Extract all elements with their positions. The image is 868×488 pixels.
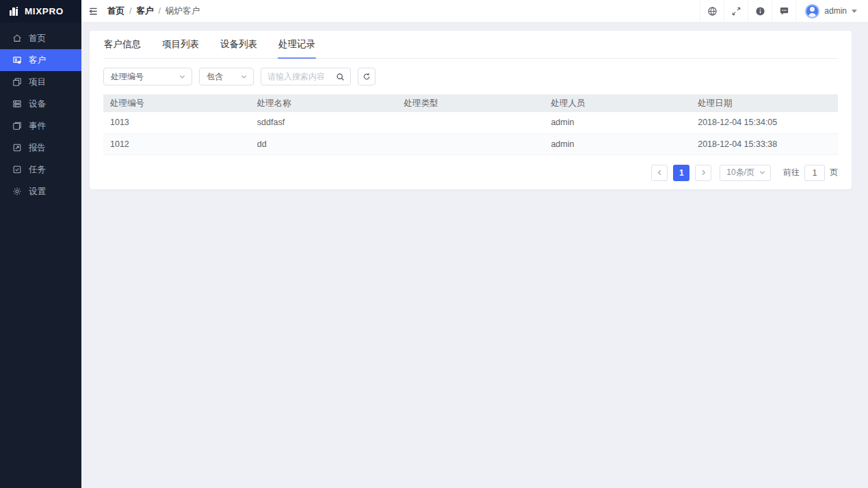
cell-date: 2018-12-04 15:34:05	[691, 112, 838, 133]
page-size-value: 10条/页	[726, 167, 754, 178]
info-button[interactable]	[748, 0, 772, 22]
breadcrumb-separator: /	[158, 6, 160, 16]
column-header: 处理编号	[103, 94, 250, 112]
goto-unit: 页	[830, 167, 838, 178]
goto-page: 前往 页	[783, 165, 838, 181]
cell-process-id: 1012	[103, 133, 250, 154]
globe-button[interactable]	[700, 0, 724, 22]
chevron-down-icon	[759, 170, 765, 176]
chevron-right-icon	[700, 170, 707, 176]
task-icon	[12, 165, 22, 174]
sidebar-item-customers[interactable]: 客户	[0, 49, 81, 71]
event-icon	[12, 121, 22, 131]
avatar-head	[810, 7, 815, 12]
page-size-select[interactable]: 10条/页	[720, 165, 771, 181]
fullscreen-icon	[731, 6, 741, 16]
cell-process-type	[397, 112, 544, 133]
tab-device-list[interactable]: 设备列表	[220, 31, 258, 58]
sidebar-item-label: 项目	[29, 77, 46, 88]
refresh-icon	[363, 72, 371, 81]
table-header: 处理编号 处理名称 处理类型 处理人员 处理日期	[103, 94, 838, 112]
refresh-button[interactable]	[358, 68, 376, 85]
cell-operator: admin	[544, 133, 691, 154]
column-header: 处理日期	[691, 94, 838, 112]
topbar-actions: admin	[700, 0, 868, 22]
avatar-body	[808, 13, 816, 17]
goto-label: 前往	[783, 167, 800, 178]
cell-operator: admin	[544, 112, 691, 133]
project-icon	[12, 77, 22, 87]
app-title: MIXPRO	[25, 6, 64, 16]
breadcrumb-current: 锅炉客户	[166, 5, 200, 17]
tab-customer-info[interactable]: 客户信息	[103, 31, 142, 58]
process-records-table: 处理编号 处理名称 处理类型 处理人员 处理日期 1013 sddfasf ad…	[103, 94, 838, 155]
device-icon	[12, 99, 22, 109]
sidebar-item-settings[interactable]: 设置	[0, 180, 81, 202]
sidebar-item-projects[interactable]: 项目	[0, 71, 81, 93]
globe-icon	[707, 6, 718, 16]
sidebar-item-events[interactable]: 事件	[0, 115, 81, 137]
page-number-1[interactable]: 1	[673, 165, 689, 181]
tab-project-list[interactable]: 项目列表	[161, 31, 200, 58]
avatar	[805, 4, 819, 18]
breadcrumb-separator: /	[129, 6, 131, 16]
chevron-left-icon	[657, 170, 663, 176]
fullscreen-button[interactable]	[724, 0, 748, 22]
sidebar-item-label: 事件	[29, 120, 46, 132]
filter-field-select[interactable]: 处理编号	[103, 68, 192, 85]
settings-gear-icon	[12, 187, 22, 196]
cell-process-type	[397, 133, 544, 154]
customer-detail-card: 客户信息 项目列表 设备列表 处理记录 处理编号 包含	[90, 31, 852, 189]
next-page-button[interactable]	[695, 165, 711, 181]
cell-date: 2018-12-04 15:33:38	[691, 133, 838, 154]
column-header: 处理类型	[397, 94, 544, 112]
sidebar-item-devices[interactable]: 设备	[0, 93, 81, 115]
prev-page-button[interactable]	[651, 165, 668, 181]
sidebar-item-home[interactable]: 首页	[0, 27, 81, 49]
chevron-down-icon	[852, 10, 857, 13]
tab-bar: 客户信息 项目列表 设备列表 处理记录	[103, 31, 838, 59]
cell-process-name: sddfasf	[250, 112, 397, 133]
sidebar-item-label: 首页	[29, 33, 46, 44]
sidebar-nav: 首页 客户 项目 设备 事件 报告 任务 设置	[0, 23, 81, 202]
tab-process-records[interactable]: 处理记录	[278, 31, 316, 58]
buildings-logo-icon	[9, 6, 20, 17]
pagination: 1 10条/页 前往 页	[103, 165, 838, 181]
sidebar-item-label: 设置	[29, 186, 46, 198]
column-header: 处理名称	[250, 94, 397, 112]
topbar: 首页 / 客户 / 锅炉客户 admi	[81, 0, 868, 23]
sidebar-item-label: 客户	[29, 55, 46, 66]
sidebar: MIXPRO 首页 客户 项目 设备 事件 报告 任务	[0, 0, 81, 488]
collapse-sidebar-button[interactable]	[81, 0, 105, 22]
main-area: 首页 / 客户 / 锅炉客户 admi	[81, 0, 868, 488]
home-icon	[12, 33, 22, 43]
username: admin	[824, 6, 847, 16]
app-logo: MIXPRO	[0, 0, 81, 23]
sidebar-item-label: 任务	[29, 164, 46, 176]
filter-operator-value: 包含	[207, 71, 223, 83]
column-header: 处理人员	[544, 94, 691, 112]
search-icon[interactable]	[336, 72, 345, 81]
breadcrumb-home[interactable]: 首页	[107, 5, 124, 17]
user-menu[interactable]: admin	[795, 0, 868, 22]
goto-page-input[interactable]	[804, 165, 825, 181]
message-button[interactable]	[772, 0, 795, 22]
customer-icon	[12, 55, 22, 65]
search-input[interactable]	[267, 72, 332, 81]
sidebar-item-label: 设备	[29, 98, 46, 110]
content-area: 客户信息 项目列表 设备列表 处理记录 处理编号 包含	[81, 23, 868, 488]
sidebar-item-reports[interactable]: 报告	[0, 137, 81, 159]
table-row[interactable]: 1012 dd admin 2018-12-04 15:33:38	[103, 133, 838, 154]
filter-row: 处理编号 包含	[103, 68, 838, 85]
message-icon	[779, 6, 789, 16]
sidebar-item-tasks[interactable]: 任务	[0, 159, 81, 180]
table-row[interactable]: 1013 sddfasf admin 2018-12-04 15:34:05	[103, 112, 838, 133]
search-box	[261, 68, 351, 85]
filter-operator-select[interactable]: 包含	[199, 68, 254, 85]
info-icon	[755, 6, 765, 16]
chevron-down-icon	[179, 74, 185, 80]
collapse-sidebar-icon	[88, 6, 98, 16]
breadcrumb-customers[interactable]: 客户	[136, 5, 153, 17]
sidebar-item-label: 报告	[29, 142, 46, 154]
filter-field-value: 处理编号	[111, 71, 144, 83]
